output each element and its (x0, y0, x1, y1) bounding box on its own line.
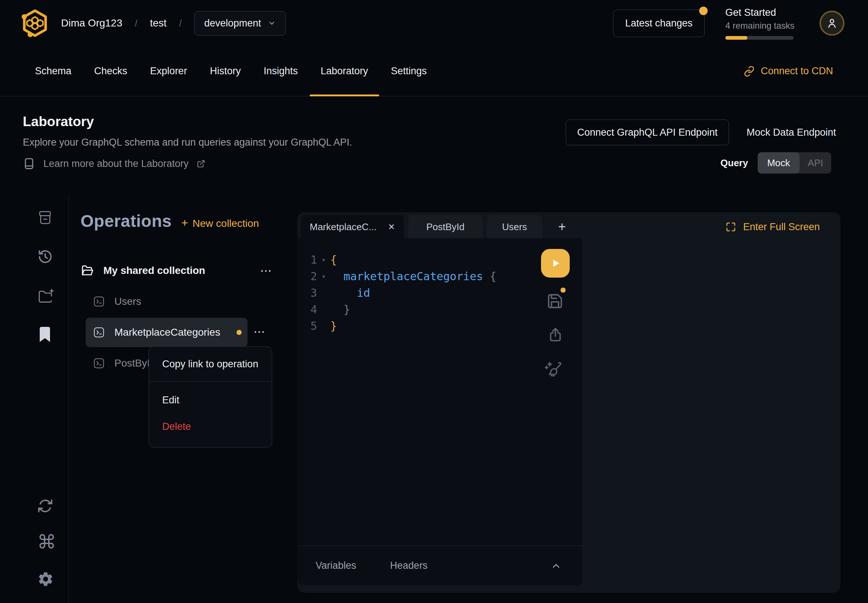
toggle-api[interactable]: API (800, 152, 831, 173)
tab-checks[interactable]: Checks (94, 46, 127, 96)
code-line: 5 } (297, 318, 582, 334)
toggle-mock[interactable]: Mock (758, 152, 800, 173)
plus-icon: + (181, 216, 188, 230)
schema-box-icon[interactable] (37, 210, 53, 226)
left-icon-rail: ⌘ (0, 195, 68, 603)
folder-open-icon (80, 264, 94, 277)
get-started-progress-fill (725, 36, 747, 40)
close-tab-icon[interactable]: ✕ (388, 222, 395, 232)
breadcrumb-org[interactable]: Dima Org123 (61, 17, 122, 29)
tab-settings[interactable]: Settings (391, 46, 427, 96)
line-number: 1 (297, 252, 317, 268)
editor-tab-users[interactable]: Users (487, 215, 542, 239)
external-link-icon (197, 159, 205, 168)
menu-item-copy-link[interactable]: Copy link to operation (149, 347, 272, 381)
save-icon[interactable] (546, 293, 563, 309)
unsaved-dot (560, 288, 566, 293)
learn-more-link[interactable]: Learn more about the Laboratory (23, 158, 205, 170)
connect-to-cdn-link[interactable]: Connect to CDN (744, 65, 833, 77)
new-tab-button[interactable]: + (551, 215, 573, 239)
command-icon[interactable]: ⌘ (37, 532, 56, 552)
line-number: 5 (297, 318, 317, 334)
editor-tab-marketplacecategories[interactable]: MarketplaceC... ✕ (301, 215, 404, 239)
get-started-progressbar (725, 36, 794, 40)
tab-insights[interactable]: Insights (264, 46, 298, 96)
code-line: 2 ▾ marketplaceCategories { (297, 268, 582, 284)
fold-arrow-icon[interactable]: ▾ (317, 252, 330, 268)
latest-changes-label: Latest changes (625, 18, 693, 29)
fold-column (317, 318, 330, 334)
operation-item-label: MarketplaceCategories (114, 326, 220, 338)
collection-header[interactable]: My shared collection ⋯ (80, 260, 273, 281)
tab-schema[interactable]: Schema (35, 46, 71, 96)
menu-item-delete[interactable]: Delete (149, 413, 272, 440)
variant-dropdown[interactable]: development (194, 11, 286, 36)
page-title: Laboratory (23, 114, 94, 130)
variables-tab[interactable]: Variables (316, 560, 356, 571)
operation-context-menu: Copy link to operation Edit Delete (149, 346, 272, 447)
connect-to-cdn-label: Connect to CDN (761, 65, 833, 77)
new-collection-button[interactable]: + New collection (181, 216, 259, 230)
headers-tab[interactable]: Headers (390, 560, 428, 571)
code-line: 3 id (297, 284, 582, 301)
connect-graphql-endpoint-button[interactable]: Connect GraphQL API Endpoint (566, 119, 729, 145)
enter-fullscreen-label: Enter Full Screen (743, 221, 820, 233)
operation-terminal-icon (93, 326, 105, 338)
sync-icon[interactable] (37, 498, 53, 514)
menu-item-edit[interactable]: Edit (149, 387, 272, 413)
clean-broom-icon[interactable] (543, 360, 563, 379)
get-started-title: Get Started (725, 7, 796, 19)
tab-history[interactable]: History (210, 46, 241, 96)
fold-column (317, 301, 330, 318)
history-icon[interactable] (37, 249, 53, 265)
book-icon (23, 158, 35, 170)
operation-menu-button[interactable]: ⋯ (254, 326, 267, 337)
run-query-button[interactable] (541, 249, 570, 278)
query-editor[interactable]: 1 ▾ { 2 ▾ marketplaceCategories { 3 id 4 (297, 238, 582, 546)
operation-item-label: Users (114, 295, 141, 308)
editor-tab-postbyid[interactable]: PostById (408, 215, 483, 239)
operation-item-users[interactable]: Users (86, 288, 248, 315)
chevron-down-icon (268, 19, 276, 27)
user-avatar[interactable] (820, 11, 845, 36)
top-header: Dima Org123 / test / development Latest … (0, 0, 868, 46)
latest-changes-button[interactable]: Latest changes (613, 9, 705, 37)
collection-name: My shared collection (103, 265, 205, 277)
play-icon (549, 257, 562, 269)
laboratory-page: Dima Org123 / test / development Latest … (0, 0, 868, 603)
breadcrumb-separator: / (179, 18, 182, 29)
breadcrumb-graph[interactable]: test (150, 17, 167, 29)
variant-label: development (204, 18, 261, 29)
collection-menu-button[interactable]: ⋯ (260, 265, 273, 277)
gear-icon[interactable] (37, 571, 54, 588)
notification-dot (699, 7, 708, 15)
editor-tab-label: PostById (426, 221, 464, 233)
enter-fullscreen-button[interactable]: Enter Full Screen (725, 215, 820, 239)
unsaved-dot (237, 330, 241, 335)
new-collection-label: New collection (193, 218, 259, 229)
link-icon (744, 66, 755, 77)
graphos-logo-icon[interactable] (21, 9, 48, 37)
code-line: 4 } (297, 301, 582, 318)
operation-item-marketplacecategories[interactable]: MarketplaceCategories ⋯ (86, 318, 248, 347)
folder-plus-icon[interactable] (37, 288, 54, 305)
query-label: Query (721, 158, 748, 169)
breadcrumb-separator: / (135, 18, 138, 29)
tab-explorer[interactable]: Explorer (150, 46, 187, 96)
person-icon (826, 17, 838, 29)
get-started-widget[interactable]: Get Started 4 remaining tasks (725, 7, 796, 40)
line-number: 2 (297, 268, 317, 284)
editor-tab-label: MarketplaceC... (310, 221, 377, 233)
fold-arrow-icon[interactable]: ▾ (317, 268, 330, 284)
query-mode-toggle: Mock API (758, 152, 831, 173)
share-icon[interactable] (547, 326, 563, 343)
get-started-subtitle: 4 remaining tasks (725, 20, 796, 31)
editor-panel: MarketplaceC... ✕ PostById Users + Enter… (297, 212, 840, 593)
tab-laboratory[interactable]: Laboratory (321, 46, 368, 96)
code-area: 1 ▾ { 2 ▾ marketplaceCategories { 3 id 4 (297, 238, 582, 334)
breadcrumb: Dima Org123 / test / development (61, 11, 286, 36)
operation-terminal-icon (93, 295, 105, 308)
chevron-up-icon[interactable] (551, 560, 562, 571)
bookmark-icon[interactable] (37, 326, 53, 343)
mock-data-endpoint-button[interactable]: Mock Data Endpoint (747, 127, 836, 138)
